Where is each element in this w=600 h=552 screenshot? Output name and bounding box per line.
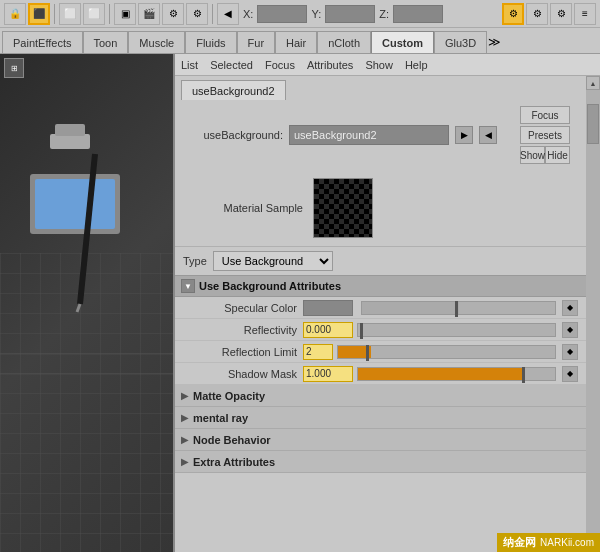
tool-icon-2[interactable]: ⬜ xyxy=(83,3,105,25)
tab-toon[interactable]: Toon xyxy=(83,31,129,53)
svg-rect-4 xyxy=(50,134,90,149)
use-bg-clear-btn[interactable]: ◀ xyxy=(479,126,497,144)
lock-icon[interactable]: 🔒 xyxy=(4,3,26,25)
tool-icon-6[interactable]: ⚙ xyxy=(186,3,208,25)
tab-glu3d[interactable]: Glu3D xyxy=(434,31,487,53)
right-panel: List Selected Focus Attributes Show Help… xyxy=(175,54,600,552)
menu-help[interactable]: Help xyxy=(405,59,428,71)
use-bg-row: useBackground: ▶ ◀ Focus Presets Show Hi… xyxy=(175,100,586,170)
viewport-bg: ⊞ xyxy=(0,54,173,552)
mental-ray-arrow: ▶ xyxy=(181,412,189,423)
tab-ncloth[interactable]: nCloth xyxy=(317,31,371,53)
reflection-limit-handle xyxy=(366,345,369,361)
specular-label: Specular Color xyxy=(183,302,303,314)
mental-ray-section[interactable]: ▶ mental ray xyxy=(175,407,586,429)
tool-icon-1[interactable]: ⬜ xyxy=(59,3,81,25)
reflectivity-slider[interactable] xyxy=(357,323,556,337)
focus-button[interactable]: Focus xyxy=(520,106,570,124)
shadow-mask-handle xyxy=(522,367,525,383)
shadow-mask-slider[interactable] xyxy=(357,367,556,381)
right-content: useBackground2 useBackground: ▶ ◀ Focus … xyxy=(175,76,586,552)
attr-section-label: Use Background Attributes xyxy=(199,280,341,292)
tab-hair[interactable]: Hair xyxy=(275,31,317,53)
shadow-mask-end-btn[interactable]: ◆ xyxy=(562,366,578,382)
specular-color-swatch[interactable] xyxy=(303,300,353,316)
type-select[interactable]: Use Background xyxy=(213,251,333,271)
menu-selected[interactable]: Selected xyxy=(210,59,253,71)
action-buttons: Focus Presets Show Hide xyxy=(520,106,578,164)
material-sample-swatch xyxy=(313,178,373,238)
right-icon-1[interactable]: ⚙ xyxy=(502,3,524,25)
y-label: Y: xyxy=(311,8,321,20)
node-tab-bar: useBackground2 xyxy=(175,76,586,100)
menu-attributes[interactable]: Attributes xyxy=(307,59,353,71)
tab-muscle[interactable]: Muscle xyxy=(128,31,185,53)
active-tool-icon[interactable]: ⬛ xyxy=(28,3,50,25)
menu-list[interactable]: List xyxy=(181,59,198,71)
attr-row-reflectivity: Reflectivity ◆ xyxy=(175,319,586,341)
tab-custom[interactable]: Custom xyxy=(371,31,434,53)
tab-fur[interactable]: Fur xyxy=(237,31,276,53)
watermark-logo: 纳金网 xyxy=(503,535,536,550)
hide-button[interactable]: Hide xyxy=(545,146,570,164)
reflection-limit-end-btn[interactable]: ◆ xyxy=(562,344,578,360)
menu-bar: List Selected Focus Attributes Show Help xyxy=(175,54,600,76)
attr-row-shadow-mask: Shadow Mask ◆ xyxy=(175,363,586,385)
use-bg-map-btn[interactable]: ▶ xyxy=(455,126,473,144)
toolbar-right: ⚙ ⚙ ⚙ ≡ xyxy=(502,3,596,25)
show-button[interactable]: Show xyxy=(520,146,545,164)
menu-icon[interactable]: ≡ xyxy=(574,3,596,25)
watermark: 纳金网 NARKii.com xyxy=(497,533,600,552)
watermark-text: NARKii.com xyxy=(540,537,594,548)
material-section: Material Sample xyxy=(175,170,586,246)
tool-icon-3[interactable]: ▣ xyxy=(114,3,136,25)
tool-icon-4[interactable]: 🎬 xyxy=(138,3,160,25)
right-icon-2[interactable]: ⚙ xyxy=(526,3,548,25)
tool-icon-7[interactable]: ◀ xyxy=(217,3,239,25)
attr-row-specular: Specular Color ◆ xyxy=(175,297,586,319)
reflectivity-input[interactable] xyxy=(303,322,353,338)
separator-3 xyxy=(212,4,213,24)
reflection-limit-input[interactable] xyxy=(303,344,333,360)
presets-button[interactable]: Presets xyxy=(520,126,570,144)
use-bg-input[interactable] xyxy=(289,125,449,145)
svg-rect-1 xyxy=(35,179,115,229)
x-label: X: xyxy=(243,8,253,20)
separator-2 xyxy=(109,4,110,24)
reflectivity-label: Reflectivity xyxy=(183,324,303,336)
specular-slider[interactable] xyxy=(361,301,556,315)
svg-rect-5 xyxy=(55,124,85,136)
scene-svg xyxy=(0,54,175,404)
matte-opacity-section[interactable]: ▶ Matte Opacity xyxy=(175,385,586,407)
menu-show[interactable]: Show xyxy=(365,59,393,71)
node-behavior-section[interactable]: ▶ Node Behavior xyxy=(175,429,586,451)
x-field[interactable] xyxy=(257,5,307,23)
menu-focus[interactable]: Focus xyxy=(265,59,295,71)
node-tab[interactable]: useBackground2 xyxy=(181,80,286,100)
attr-section-header: ▼ Use Background Attributes xyxy=(175,275,586,297)
z-field[interactable] xyxy=(393,5,443,23)
tab-painteffects[interactable]: PaintEffects xyxy=(2,31,83,53)
specular-end-btn[interactable]: ◆ xyxy=(562,300,578,316)
attr-row-reflection-limit: Reflection Limit ◆ xyxy=(175,341,586,363)
reflection-limit-label: Reflection Limit xyxy=(183,346,303,358)
reflection-limit-slider[interactable] xyxy=(337,345,556,359)
right-icon-3[interactable]: ⚙ xyxy=(550,3,572,25)
tab-fluids[interactable]: Fluids xyxy=(185,31,236,53)
separator-1 xyxy=(54,4,55,24)
svg-line-3 xyxy=(77,304,80,312)
collapse-attrs-btn[interactable]: ▼ xyxy=(181,279,195,293)
shadow-mask-input[interactable] xyxy=(303,366,353,382)
scroll-up-btn[interactable]: ▲ xyxy=(586,76,600,90)
reflectivity-handle xyxy=(360,323,363,339)
scroll-thumb[interactable] xyxy=(587,104,599,144)
extra-attributes-section[interactable]: ▶ Extra Attributes xyxy=(175,451,586,473)
show-hide-row: Show Hide xyxy=(520,146,570,164)
y-field[interactable] xyxy=(325,5,375,23)
tool-icon-5[interactable]: ⚙ xyxy=(162,3,184,25)
vertical-scrollbar: ▲ ▼ xyxy=(586,76,600,552)
matte-label: Matte Opacity xyxy=(193,390,265,402)
extra-attrs-label: Extra Attributes xyxy=(193,456,275,468)
reflectivity-end-btn[interactable]: ◆ xyxy=(562,322,578,338)
type-row: Type Use Background xyxy=(175,246,586,275)
